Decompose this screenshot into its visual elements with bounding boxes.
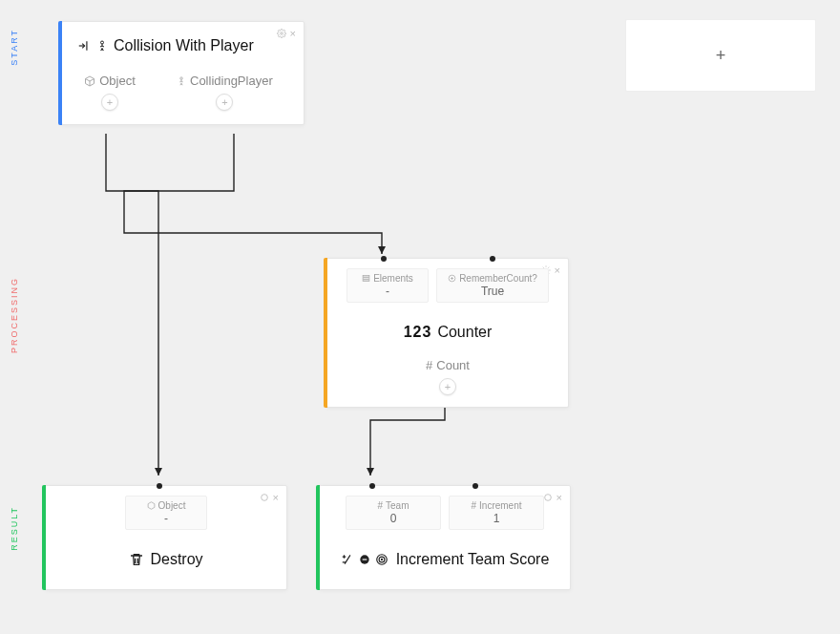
gear-icon[interactable] [260,492,269,503]
node-title: Increment Team Score [396,551,550,568]
port-count[interactable]: # Count + [327,354,568,407]
svg-point-1 [101,41,104,44]
svg-point-14 [381,559,382,560]
node-collision-with-player[interactable]: × Collision With Player Object + [61,21,304,125]
output-ports: Object + CollidingPlayer + [62,64,304,124]
input-ports: Elements - RememberCount? True [327,259,568,310]
person-icon [177,75,186,87]
svg-point-2 [180,76,183,79]
node-title: Destroy [150,551,202,568]
person-icon [96,39,108,53]
close-icon[interactable]: × [273,492,279,503]
list-icon [362,274,370,283]
rail-label-result: RESULT [10,506,19,551]
hash-icon: # [471,500,476,511]
cube-icon [147,501,156,510]
rail-label-start: START [10,29,19,66]
svg-rect-6 [363,280,369,282]
node-canvas[interactable]: START PROCESSING RESULT × [0,0,840,634]
plus-minus-icon [341,553,354,566]
plus-icon: + [716,46,726,66]
connection-dot [472,483,478,489]
port-add-icon[interactable]: + [439,378,456,395]
close-icon[interactable]: × [555,264,560,276]
node-destroy[interactable]: × Object - Destroy [45,485,287,590]
input-object[interactable]: Object - [125,496,207,530]
input-remember-count[interactable]: RememberCount? True [436,268,549,303]
add-node-button[interactable]: + [625,19,816,92]
svg-rect-11 [362,559,367,560]
svg-rect-4 [363,276,369,278]
connection-dot [369,483,375,489]
gear-icon[interactable] [277,28,286,39]
connection-dot [157,483,162,489]
port-add-icon[interactable]: + [101,94,118,111]
cube-icon [84,75,95,87]
connection-dot [381,256,387,262]
counter-prefix: 123 [404,324,432,341]
port-add-icon[interactable]: + [216,94,233,111]
svg-rect-5 [363,278,369,280]
trash-icon [129,552,144,567]
svg-point-0 [280,32,283,35]
node-controls: × [543,492,562,503]
node-title-row: Collision With Player [62,22,304,64]
node-title: Collision With Player [114,37,254,54]
node-stripe [324,258,327,408]
node-title-row: 123 Counter [327,310,568,354]
node-controls: × [260,492,279,503]
hash-icon: # [377,500,383,511]
input-ports: Object - [46,486,286,538]
circle-filled-icon [358,553,371,566]
node-stripe [58,21,62,125]
close-icon[interactable]: × [290,28,296,39]
plus-circle-icon [448,274,456,283]
svg-point-9 [544,495,551,501]
rail-label-processing: PROCESSING [10,277,19,353]
input-ports: # Team 0 # Increment 1 [320,486,570,538]
input-team[interactable]: # Team 0 [346,496,441,530]
node-increment-team-score[interactable]: × # Team 0 # Increment 1 [319,485,571,590]
connection-dot [490,256,495,262]
input-elements[interactable]: Elements - [346,268,429,303]
port-object[interactable]: Object + [81,74,138,111]
node-title: Counter [437,324,492,341]
port-colliding-player[interactable]: CollidingPlayer + [177,74,273,111]
node-title-row: Destroy [46,538,286,581]
node-stripe [42,485,46,590]
node-counter[interactable]: × Elements - RememberCount? [326,258,569,408]
node-controls: × [277,28,296,39]
gear-icon[interactable] [543,492,553,503]
close-icon[interactable]: × [556,492,562,503]
target-icon [375,553,388,566]
node-title-row: Increment Team Score [320,538,570,581]
hash-icon: # [426,358,432,372]
svg-point-8 [261,495,267,501]
input-increment[interactable]: # Increment 1 [449,496,544,530]
arrow-into-icon [77,39,91,53]
node-stripe [316,485,320,590]
